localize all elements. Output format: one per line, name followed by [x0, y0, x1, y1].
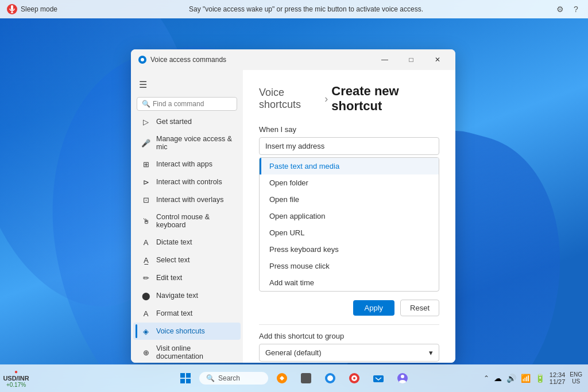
svg-point-15 [353, 377, 355, 379]
breadcrumb-current: Create new shortcut [331, 84, 439, 114]
dropdown-item-press-mouse[interactable]: Press mouse click [260, 258, 439, 274]
dropdown-item-press-keyboard[interactable]: Press keyboard keys [260, 241, 439, 258]
search-input[interactable] [153, 100, 232, 108]
taskbar-left: ● USD/INR +0.17% [6, 368, 26, 389]
clock[interactable]: 12:34 11/27 [550, 371, 566, 385]
taskbar-search[interactable]: 🔍 Search [199, 372, 268, 385]
sidebar-item-interact-overlays[interactable]: ⊡ Interact with overlays [133, 191, 241, 208]
breadcrumb-parent[interactable]: Voice shortcuts [259, 87, 321, 111]
clock-date: 11/27 [550, 378, 566, 385]
nav-label-format-text: Format text [156, 309, 192, 317]
dropdown-item-open-url[interactable]: Open URL [260, 224, 439, 241]
search-icon: 🔍 [142, 100, 150, 108]
nav-label-manage-voice: Manage voice access & mic [156, 135, 233, 151]
close-button[interactable]: ✕ [424, 51, 451, 68]
dialog-app-icon [138, 55, 147, 64]
nav-label-control-mouse: Control mouse & keyboard [156, 213, 233, 229]
dropdown-item-paste-text[interactable]: Paste text and media [260, 158, 439, 174]
lang-indicator[interactable]: ENG US [570, 371, 582, 385]
action-row: Apply Reset [259, 300, 439, 316]
taskbar-icon-3[interactable] [320, 368, 341, 389]
dialog-title-left: Voice access commands [138, 55, 226, 64]
nav-icon-manage-voice: 🎤 [141, 138, 150, 148]
sidebar-item-format-text[interactable]: A Format text [133, 305, 241, 322]
nav-label-navigate-text: Navigate text [156, 292, 198, 300]
svg-rect-7 [180, 379, 185, 383]
sidebar-item-control-mouse[interactable]: 🖱 Control mouse & keyboard [133, 209, 241, 233]
sidebar: ☰ 🔍 ▷ Get started 🎤 Manage voice access … [131, 70, 243, 363]
svg-point-18 [401, 375, 404, 378]
dropdown-item-open-application[interactable]: Open application [260, 208, 439, 224]
nav-icon-control-mouse: 🖱 [141, 216, 150, 226]
nav-label-interact-overlays: Interact with overlays [156, 196, 223, 204]
minimize-button[interactable]: — [372, 51, 398, 68]
battery-icon[interactable]: 🔋 [535, 374, 545, 383]
sidebar-item-select-text[interactable]: A̲ Select text [133, 251, 241, 269]
chevron-down-icon: ▾ [429, 348, 433, 357]
sidebar-item-interact-controls[interactable]: ⊳ Interact with controls [133, 173, 241, 191]
dropdown-item-open-folder[interactable]: Open folder [260, 174, 439, 191]
sidebar-item-manage-voice[interactable]: 🎤 Manage voice access & mic [133, 131, 241, 155]
taskbar-icon-2[interactable] [296, 368, 316, 389]
sidebar-item-dictate-text[interactable]: A Dictate text [133, 234, 241, 251]
apply-button[interactable]: Apply [353, 300, 395, 316]
dialog-titlebar: Voice access commands — □ ✕ [131, 49, 455, 70]
sidebar-item-navigate-text[interactable]: ⬤ Navigate text [133, 287, 241, 304]
nav-icon-navigate-text: ⬤ [141, 291, 150, 300]
topbar-right: ⚙ ? [555, 4, 581, 14]
nav-icon-get-started: ▷ [141, 117, 150, 126]
group-dropdown[interactable]: General (default) ▾ [259, 344, 439, 362]
sidebar-item-voice-shortcuts[interactable]: ◈ Voice shortcuts [133, 323, 241, 340]
svg-rect-6 [186, 373, 191, 378]
topbar-left: Sleep mode [7, 4, 57, 14]
taskbar-search-icon: 🔍 [206, 374, 215, 382]
currency-name: USD/INR [3, 375, 29, 382]
taskbar-icon-5[interactable] [368, 368, 389, 389]
nav-icon-format-text: A [141, 309, 150, 318]
taskbar: ● USD/INR +0.17% 🔍 Search [0, 364, 588, 392]
help-icon[interactable]: ? [571, 4, 581, 14]
dropdown-item-open-file[interactable]: Open file [260, 191, 439, 208]
svg-point-19 [399, 380, 406, 383]
dropdown-item-add-wait[interactable]: Add wait time [260, 274, 439, 291]
sidebar-item-get-started[interactable]: ▷ Get started [133, 113, 241, 130]
nav-label-voice-shortcuts: Voice shortcuts [156, 327, 205, 335]
taskbar-right: ⌃ ☁ 🔊 📶 🔋 12:34 11/27 ENG US [483, 371, 582, 385]
speaker-icon[interactable]: 🔊 [506, 374, 516, 383]
nav-icon-select-text: A̲ [141, 255, 150, 265]
currency-indicator: ● USD/INR +0.17% [6, 368, 26, 389]
taskbar-icon-4[interactable] [344, 368, 365, 389]
nav-icon-interact-controls: ⊳ [141, 177, 150, 187]
main-content: Voice shortcuts › Create new shortcut Wh… [243, 70, 455, 363]
group-value: General (default) [265, 348, 322, 357]
search-field[interactable]: 🔍 [137, 97, 237, 111]
action-dropdown-list: Paste text and mediaOpen folderOpen file… [259, 157, 439, 292]
sidebar-item-visit-docs[interactable]: ⊕ Visit online documentation [133, 340, 241, 363]
lang-region: US [570, 378, 582, 385]
nav-label-visit-docs: Visit online documentation [156, 344, 233, 360]
hamburger-menu[interactable]: ☰ [131, 75, 243, 95]
taskbar-icon-1[interactable] [272, 368, 292, 389]
taskbar-icon-6[interactable] [392, 368, 413, 389]
reset-button[interactable]: Reset [400, 300, 439, 316]
lang-label: ENG [570, 371, 582, 378]
nav-label-interact-apps: Interact with apps [156, 160, 212, 168]
start-button[interactable] [175, 368, 196, 389]
breadcrumb: Voice shortcuts › Create new shortcut [259, 84, 439, 114]
phrase-input[interactable] [259, 137, 439, 155]
divider [259, 324, 439, 325]
nav-label-edit-text: Edit text [156, 274, 182, 282]
sidebar-item-edit-text[interactable]: ✏ Edit text [133, 269, 241, 286]
settings-icon[interactable]: ⚙ [555, 4, 565, 14]
chevron-up-icon[interactable]: ⌃ [483, 374, 489, 382]
sidebar-item-interact-apps[interactable]: ⊞ Interact with apps [133, 156, 241, 173]
add-to-group-label: Add this shortcut to group [259, 332, 439, 340]
nav-label-select-text: Select text [156, 256, 189, 264]
taskbar-center: 🔍 Search [175, 368, 413, 389]
nav-icon-dictate-text: A [141, 238, 150, 247]
cloud-icon[interactable]: ☁ [494, 374, 502, 383]
topbar: Sleep mode Say "voice access wake up" or… [0, 0, 588, 18]
mic-icon [7, 4, 17, 14]
wifi-icon[interactable]: 📶 [521, 374, 531, 383]
maximize-button[interactable]: □ [398, 51, 424, 68]
